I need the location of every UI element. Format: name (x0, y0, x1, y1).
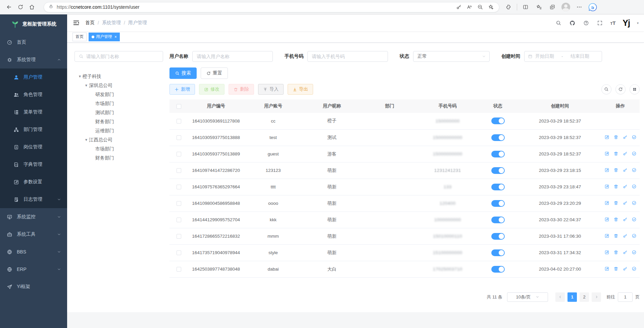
tree-node[interactable]: ▼ 橙子科技 (75, 72, 163, 81)
status-select[interactable]: 正常 (413, 51, 490, 62)
tree-node[interactable]: ▼ 深圳总公司 (75, 81, 163, 90)
row-checkbox[interactable] (177, 218, 181, 222)
status-toggle[interactable] (491, 118, 505, 124)
sidebar-item-yi[interactable]: Yi框架 (0, 278, 67, 295)
edit-user-button[interactable] (604, 168, 609, 173)
status-toggle[interactable] (491, 233, 505, 240)
more-options-icon[interactable] (574, 1, 585, 13)
reset-password-button[interactable] (623, 233, 628, 238)
edit-user-button[interactable] (604, 266, 609, 271)
extensions-icon[interactable] (503, 1, 514, 13)
tree-node[interactable]: 运维部门 (75, 126, 163, 135)
sidebar-item-dict[interactable]: 字典管理 (0, 156, 67, 173)
tree-node[interactable]: 市场部门 (75, 99, 163, 108)
sidebar-item-menu[interactable]: 菜单管理 (0, 103, 67, 121)
assign-role-button[interactable] (632, 168, 637, 173)
close-icon[interactable]: × (114, 35, 117, 39)
help-question-icon[interactable] (583, 19, 589, 26)
collections-icon[interactable] (547, 1, 558, 13)
breadcrumb-item[interactable]: 首页 (85, 20, 95, 26)
refresh-table-button[interactable] (615, 84, 626, 94)
sidebar-item-dept[interactable]: 部门管理 (0, 121, 67, 138)
assign-role-button[interactable] (632, 135, 637, 140)
favorites-icon[interactable] (533, 1, 545, 13)
edit-user-button[interactable] (604, 217, 609, 222)
sidebar-item-log[interactable]: 日志管理 (0, 191, 67, 208)
delete-user-button[interactable] (613, 200, 618, 205)
reset-password-button[interactable] (623, 151, 628, 156)
toggle-search-button[interactable] (601, 84, 611, 94)
github-icon[interactable] (569, 19, 576, 26)
copilot-bing-icon[interactable]: b (587, 1, 598, 13)
status-toggle[interactable] (491, 217, 505, 223)
user-avatar-logo[interactable]: Yj (623, 19, 630, 27)
row-checkbox[interactable] (177, 185, 181, 189)
delete-user-button[interactable] (613, 168, 618, 173)
reset-password-button[interactable] (623, 135, 628, 140)
row-checkbox[interactable] (177, 267, 181, 272)
split-screen-icon[interactable] (520, 1, 531, 13)
reset-password-button[interactable] (623, 266, 628, 271)
delete-user-button[interactable] (613, 266, 618, 271)
add-favorite-icon[interactable] (486, 2, 496, 12)
assign-role-button[interactable] (632, 233, 637, 238)
header-search-icon[interactable] (555, 19, 562, 26)
edit-user-button[interactable] (604, 151, 609, 156)
delete-user-button[interactable] (613, 184, 618, 189)
page-button-2[interactable]: 2 (580, 292, 589, 302)
font-size-icon[interactable]: TT (610, 20, 615, 26)
search-button[interactable]: 搜索 (169, 67, 197, 79)
user-menu-caret-icon[interactable]: ▾ (637, 21, 639, 25)
fullscreen-icon[interactable] (596, 19, 603, 26)
sidebar-item-param[interactable]: 参数设置 (0, 173, 67, 191)
row-checkbox[interactable] (177, 168, 181, 173)
department-search[interactable] (75, 51, 163, 62)
page-button-1[interactable]: 1 (567, 292, 577, 302)
password-key-icon[interactable] (454, 2, 463, 12)
select-all-checkbox[interactable] (177, 104, 181, 109)
reset-button[interactable]: 重置 (201, 67, 228, 79)
edit-button[interactable]: 修改 (199, 84, 225, 95)
sidebar-item-post[interactable]: 岗位管理 (0, 138, 67, 156)
assign-role-button[interactable] (632, 266, 637, 271)
column-settings-button[interactable] (630, 84, 640, 94)
row-checkbox[interactable] (177, 234, 181, 239)
status-toggle[interactable] (491, 134, 505, 141)
username-input[interactable] (192, 51, 273, 62)
row-checkbox[interactable] (177, 152, 181, 156)
delete-user-button[interactable] (613, 250, 618, 255)
address-bar[interactable]: https://ccnetcore.com:1101/system/user (44, 2, 499, 12)
reset-password-button[interactable] (623, 168, 628, 173)
edit-user-button[interactable] (604, 250, 609, 255)
assign-role-button[interactable] (632, 184, 637, 189)
sidebar-item-bbs[interactable]: BBS (0, 243, 67, 261)
profile-avatar[interactable] (560, 1, 572, 13)
edit-user-button[interactable] (604, 233, 609, 238)
assign-role-button[interactable] (632, 151, 637, 156)
tree-node[interactable]: 财务部门 (75, 117, 163, 126)
edit-user-button[interactable] (604, 135, 609, 140)
delete-user-button[interactable] (613, 233, 618, 238)
status-toggle[interactable] (491, 151, 505, 157)
goto-page-input[interactable] (618, 292, 633, 302)
row-checkbox[interactable] (177, 119, 181, 124)
status-toggle[interactable] (491, 266, 505, 273)
edit-user-button[interactable] (604, 200, 609, 205)
prev-page-button[interactable] (555, 292, 565, 302)
sidebar-item-monitor[interactable]: 系统监控 (0, 208, 67, 226)
department-search-input[interactable] (86, 54, 159, 59)
status-toggle[interactable] (491, 167, 505, 174)
tree-node[interactable]: ▼ 江西总公司 (75, 135, 163, 144)
tree-node[interactable]: 研发部门 (75, 90, 163, 99)
browser-back-icon[interactable] (3, 1, 15, 13)
assign-role-button[interactable] (632, 217, 637, 222)
delete-user-button[interactable] (613, 151, 618, 156)
sidebar-item-role[interactable]: 角色管理 (0, 86, 67, 103)
row-checkbox[interactable] (177, 135, 181, 140)
reset-password-button[interactable] (623, 200, 628, 205)
assign-role-button[interactable] (632, 250, 637, 255)
sidebar-collapse-icon[interactable] (72, 19, 80, 27)
status-toggle[interactable] (491, 200, 505, 207)
sidebar-item-user[interactable]: 用户管理 (0, 68, 67, 86)
sidebar-item-erp[interactable]: ERP (0, 261, 67, 278)
